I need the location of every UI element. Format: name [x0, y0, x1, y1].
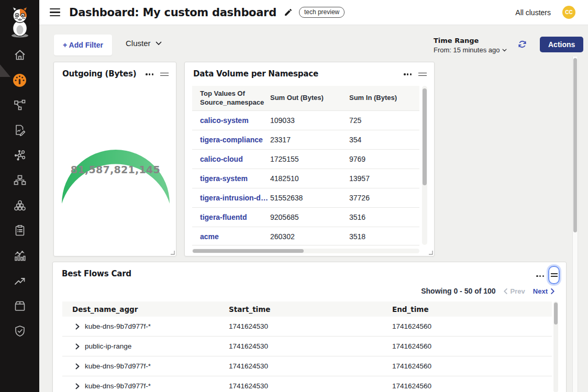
sum-in-value: 3518 — [349, 232, 419, 241]
sum-in-value: 725 — [349, 116, 419, 125]
sidebar-item-security[interactable] — [0, 319, 39, 344]
namespace-link[interactable]: calico-cloud — [192, 155, 270, 163]
actions-button[interactable]: Actions — [540, 37, 583, 52]
row-expand-icon[interactable] — [75, 383, 80, 389]
card-menu-icon[interactable] — [146, 72, 153, 76]
table-vertical-scrollbar[interactable] — [553, 301, 558, 392]
chevron-down-icon — [502, 49, 507, 52]
scrollbar-thumb[interactable] — [193, 249, 304, 253]
table-row: tigera-intrusion-d… 51552638 37726 — [192, 188, 419, 207]
next-label: Next — [533, 287, 548, 295]
page-scrollbar-thumb[interactable] — [573, 58, 577, 232]
chart-stats-icon — [13, 249, 27, 263]
column-header: End_time — [392, 305, 552, 313]
column-header: Top Values Of Source_namespace — [192, 89, 265, 107]
chevron-down-icon — [156, 41, 162, 46]
sidebar-item-home[interactable] — [0, 42, 39, 68]
dest-name-value: public-ip-range — [85, 342, 131, 350]
sidebar-item-service-graph[interactable] — [0, 143, 39, 168]
pencil-icon — [284, 8, 293, 17]
flows-table: Dest_name_aggr Start_time End_time kube-… — [62, 301, 552, 392]
table-row[interactable]: kube-dns-9b7d977f-* 1741624530 174162456… — [62, 376, 552, 392]
chevron-left-icon — [504, 288, 507, 294]
sidebar-item-statistics[interactable] — [0, 243, 39, 268]
sum-out-value: 1725155 — [270, 155, 349, 163]
card-title: Outgoing (Bytes) — [62, 69, 136, 79]
hamburger-menu-icon[interactable] — [50, 8, 60, 16]
card-resize-handle[interactable] — [170, 250, 175, 255]
table-vertical-scrollbar[interactable] — [422, 86, 427, 245]
namespace-link[interactable]: calico-system — [192, 116, 270, 125]
add-filter-button[interactable]: + Add Filter — [54, 35, 112, 55]
sidebar-item-trends[interactable] — [0, 268, 39, 294]
card-title: Data Volume per Namespace — [193, 69, 318, 79]
time-range-dropdown[interactable]: From: 15 minutes ago — [434, 46, 507, 54]
all-clusters-selector[interactable]: All clusters — [515, 8, 551, 17]
start-time-value: 1741624530 — [229, 362, 392, 370]
dashboard-content: + Add Filter Cluster Time Range From: 15… — [39, 25, 588, 392]
scrollbar-thumb[interactable] — [423, 88, 427, 185]
sidebar-item-network-sets[interactable] — [0, 168, 39, 193]
card-resize-handle[interactable] — [428, 250, 433, 255]
network-topology-icon — [13, 98, 27, 112]
gauge-value: 81,587,821,145 — [54, 164, 177, 175]
outgoing-bytes-card: Outgoing (Bytes) 81,587,821,145 — [53, 62, 176, 256]
namespace-link[interactable]: tigera-system — [192, 174, 270, 183]
card-menu-icon[interactable] — [404, 72, 412, 76]
time-range-value: From: 15 minutes ago — [434, 46, 500, 54]
table-row[interactable]: kube-dns-9b7d977f-* 1741624530 174162456… — [62, 317, 552, 337]
table-header-row: Dest_name_aggr Start_time End_time — [62, 301, 552, 317]
table-row[interactable]: kube-dns-9b7d977f-* 1741624530 174162456… — [62, 356, 552, 376]
scrollbar-thumb[interactable] — [554, 303, 558, 324]
card-drag-handle-icon[interactable] — [160, 71, 169, 78]
page-title: Dashboard: My custom dashboard — [69, 6, 276, 19]
card-drag-handle-icon[interactable] — [418, 71, 427, 78]
sidebar-item-reports[interactable] — [0, 118, 39, 143]
page-scrollbar[interactable] — [572, 57, 578, 392]
table-row: acme 260302 3518 — [192, 227, 419, 245]
row-expand-icon[interactable] — [75, 323, 80, 330]
sidebar-item-dashboard-active[interactable] — [0, 68, 39, 93]
sidebar-item-compliance[interactable] — [0, 218, 39, 243]
row-expand-icon[interactable] — [75, 343, 80, 350]
start-time-value: 1741624530 — [229, 382, 392, 390]
namespace-link[interactable]: tigera-intrusion-d… — [192, 194, 270, 202]
sum-in-value: 13957 — [349, 174, 419, 183]
table-row: tigera-fluentd 9205685 3516 — [192, 207, 419, 227]
start-time-value: 1741624530 — [229, 322, 392, 330]
calico-cat-logo[interactable] — [7, 4, 32, 39]
table-row: calico-cloud 1725155 9769 — [192, 149, 419, 169]
refresh-button[interactable] — [516, 39, 528, 51]
card-drag-handle-focused[interactable] — [548, 266, 560, 284]
sidebar-item-workloads[interactable] — [0, 193, 39, 218]
trend-arrow-icon — [13, 274, 27, 288]
namespace-link[interactable]: tigera-compliance — [192, 136, 270, 144]
chevron-right-icon — [551, 288, 554, 294]
sidebar-item-topology[interactable] — [0, 93, 39, 118]
time-range-control: Time Range From: 15 minutes ago — [434, 37, 507, 54]
row-expand-icon[interactable] — [75, 363, 80, 369]
table-horizontal-scrollbar[interactable] — [192, 249, 419, 253]
card-menu-icon[interactable] — [536, 274, 544, 278]
app-window: Dashboard: My custom dashboard tech prev… — [0, 0, 588, 392]
cluster-dropdown[interactable]: Cluster — [126, 39, 162, 48]
time-range-label: Time Range — [434, 37, 507, 44]
sum-in-value: 37726 — [349, 194, 419, 202]
table-row[interactable]: public-ip-range 1741624530 1741624560 — [62, 337, 552, 356]
service-graph-icon — [13, 149, 27, 162]
sidebar — [0, 0, 39, 392]
refresh-icon — [517, 39, 528, 50]
namespace-link[interactable]: acme — [192, 232, 270, 241]
pagination-prev-button[interactable]: Prev — [504, 287, 525, 295]
user-avatar[interactable]: CC — [562, 6, 575, 19]
prev-label: Prev — [511, 287, 525, 295]
namespace-link[interactable]: tigera-fluentd — [192, 213, 270, 221]
pagination-next-button[interactable]: Next — [533, 287, 554, 295]
sidebar-item-inventory[interactable] — [0, 294, 39, 319]
edit-title-button[interactable] — [284, 8, 293, 17]
table-row: tigera-compliance 23317 354 — [192, 130, 419, 149]
pagination-range-text: Showing 0 - 50 of 100 — [421, 287, 495, 295]
home-icon — [13, 48, 27, 62]
card-drag-handle-icon[interactable] — [551, 272, 558, 279]
sum-out-value: 23317 — [270, 136, 349, 144]
